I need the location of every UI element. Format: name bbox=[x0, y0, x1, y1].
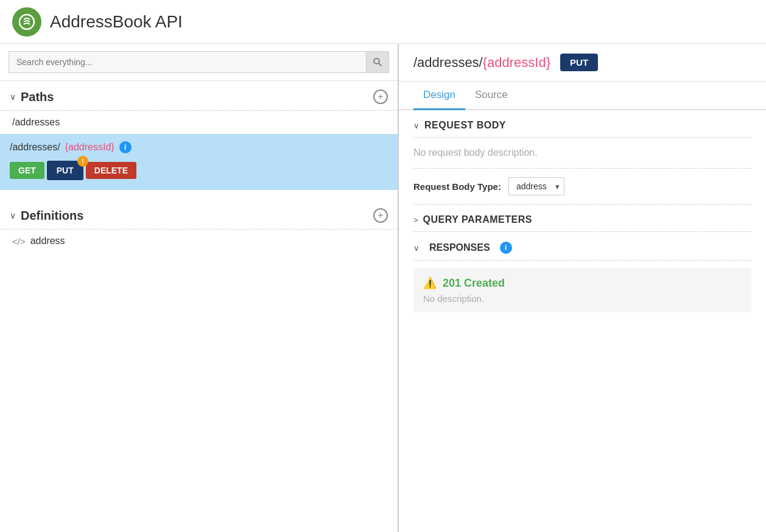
definitions-add-button[interactable]: + bbox=[373, 208, 388, 223]
definitions-section-header: ∨ Definitions + bbox=[0, 200, 398, 229]
get-method-button[interactable]: GET bbox=[10, 162, 44, 179]
definitions-title-wrap: ∨ Definitions bbox=[10, 209, 83, 223]
responses-title: RESPONSES bbox=[429, 242, 490, 253]
paths-section-title: Paths bbox=[21, 90, 54, 104]
search-input[interactable] bbox=[9, 51, 366, 73]
paths-chevron-icon: ∨ bbox=[10, 92, 16, 102]
delete-method-button[interactable]: DELETE bbox=[86, 162, 136, 179]
path-name-row: /addresses/{addressId} i bbox=[10, 141, 388, 153]
svg-point-0 bbox=[19, 15, 34, 29]
main-layout: ∨ Paths + /addresses /addresses/{address… bbox=[0, 44, 766, 532]
svg-line-2 bbox=[379, 63, 381, 66]
path-static-part: /addresses/ bbox=[10, 142, 60, 153]
response-status-row: ⚠️ 201 Created bbox=[423, 276, 742, 290]
body-type-row: Request Body Type: address string intege… bbox=[413, 169, 751, 205]
request-body-title: REQUEST BODY bbox=[424, 120, 506, 131]
response-201-item: ⚠️ 201 Created No description. bbox=[413, 268, 751, 312]
path-info-badge: i bbox=[119, 141, 132, 153]
body-type-select[interactable]: address string integer bbox=[508, 177, 564, 195]
app-logo bbox=[12, 7, 41, 37]
app-title: AddressBook API bbox=[50, 12, 183, 32]
paths-title-wrap: ∨ Paths bbox=[10, 90, 54, 104]
method-buttons-row: GET PUT ! DELETE bbox=[10, 161, 388, 180]
search-bar bbox=[0, 44, 398, 81]
content-section: ∨ REQUEST BODY No request body descripti… bbox=[399, 110, 766, 312]
path-param-part: {addressId} bbox=[65, 142, 114, 153]
svg-point-1 bbox=[374, 58, 379, 64]
code-tag-icon: </> bbox=[12, 236, 26, 247]
query-params-title: QUERY PARAMETERS bbox=[423, 214, 532, 225]
response-no-description: No description. bbox=[423, 293, 742, 304]
put-button-wrapper: PUT ! bbox=[47, 161, 83, 180]
sidebar: ∨ Paths + /addresses /addresses/{address… bbox=[0, 44, 399, 532]
put-warning-badge: ! bbox=[77, 156, 88, 167]
tab-source[interactable]: Source bbox=[465, 82, 518, 110]
request-body-section-row[interactable]: ∨ REQUEST BODY bbox=[413, 110, 751, 138]
request-body-chevron-icon: ∨ bbox=[413, 121, 420, 130]
definition-item-address[interactable]: </> address bbox=[0, 229, 398, 253]
definition-item-label: address bbox=[30, 236, 65, 247]
method-badge: PUT bbox=[560, 54, 598, 71]
endpoint-path: /addresses/{addressId} bbox=[413, 55, 550, 71]
search-button[interactable] bbox=[366, 51, 389, 73]
responses-chevron-icon: ∨ bbox=[413, 243, 420, 253]
right-panel: /addresses/{addressId} PUT Design Source… bbox=[399, 44, 766, 532]
body-type-label: Request Body Type: bbox=[413, 181, 501, 192]
response-warning-icon: ⚠️ bbox=[423, 276, 437, 290]
path-item-addresses[interactable]: /addresses bbox=[0, 111, 398, 134]
query-params-chevron-icon: > bbox=[413, 215, 418, 225]
paths-add-button[interactable]: + bbox=[373, 89, 388, 104]
endpoint-static: /addresses/ bbox=[413, 55, 483, 70]
right-panel-header: /addresses/{addressId} PUT bbox=[399, 44, 766, 82]
query-params-section-row[interactable]: > QUERY PARAMETERS bbox=[413, 205, 751, 232]
no-request-body-description: No request body description. bbox=[413, 138, 751, 169]
response-status-code: 201 Created bbox=[443, 277, 505, 290]
definitions-section-title: Definitions bbox=[21, 209, 83, 223]
path-item-label: /addresses bbox=[12, 117, 60, 127]
search-icon bbox=[373, 57, 382, 67]
app-header: AddressBook API bbox=[0, 0, 766, 44]
body-type-select-wrapper: address string integer bbox=[508, 177, 564, 195]
responses-info-badge: i bbox=[500, 242, 512, 254]
endpoint-param: {addressId} bbox=[483, 55, 550, 70]
responses-section-row[interactable]: ∨ RESPONSES i bbox=[413, 232, 751, 261]
definitions-chevron-icon: ∨ bbox=[10, 211, 16, 220]
path-item-addressid-selected[interactable]: /addresses/{addressId} i GET PUT ! DELET… bbox=[0, 134, 398, 190]
paths-section-header: ∨ Paths + bbox=[0, 81, 398, 111]
tab-design[interactable]: Design bbox=[413, 82, 465, 110]
tabs-row: Design Source bbox=[399, 82, 766, 110]
